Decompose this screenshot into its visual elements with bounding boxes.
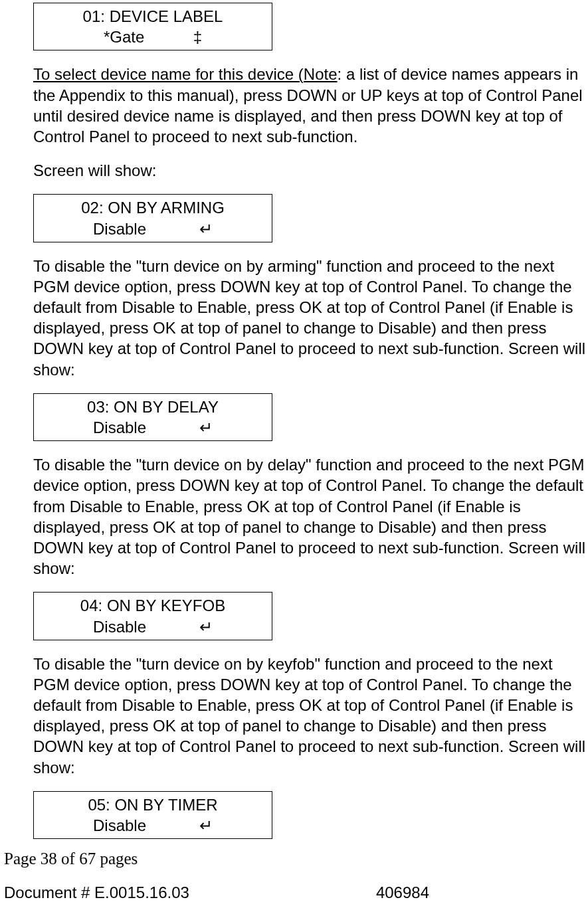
lcd-screen-5: 05: ON BY TIMER Disable ↵ (33, 791, 272, 839)
paragraph-on-by-keyfob: To disable the "turn device on by keyfob… (33, 654, 588, 778)
lcd-screen-2: 02: ON BY ARMING Disable ↵ (33, 194, 272, 242)
lcd-line1: 04: ON BY KEYFOB (34, 595, 272, 616)
page-number: Page 38 of 67 pages (4, 848, 588, 870)
lcd-line2: *Gate ‡ (34, 27, 272, 47)
lcd-line2: Disable ↵ (34, 616, 272, 637)
lcd-line1: 03: ON BY DELAY (34, 397, 272, 417)
underline-text: To select device name for this device ( (33, 65, 304, 83)
document-code: 406984 (376, 882, 429, 903)
lcd-screen-1: 01: DEVICE LABEL *Gate ‡ (33, 3, 272, 50)
lcd-line1: 02: ON BY ARMING (34, 197, 272, 218)
lcd-line1: 05: ON BY TIMER (34, 794, 272, 815)
lcd-line2: Disable ↵ (34, 815, 272, 836)
screen-will-show-1: Screen will show: (33, 160, 588, 181)
lcd-screen-4: 04: ON BY KEYFOB Disable ↵ (33, 592, 272, 640)
note-label: Note (304, 65, 338, 83)
paragraph-select-device: To select device name for this device (N… (33, 64, 588, 147)
lcd-line2: Disable ↵ (34, 219, 272, 239)
paragraph-on-by-arming: To disable the "turn device on by arming… (33, 256, 588, 380)
lcd-line1: 01: DEVICE LABEL (34, 6, 272, 27)
paragraph-on-by-delay: To disable the "turn device on by delay"… (33, 454, 588, 579)
lcd-line2: Disable ↵ (34, 417, 272, 438)
document-number: Document # E.0015.16.03 (4, 882, 189, 903)
lcd-screen-3: 03: ON BY DELAY Disable ↵ (33, 393, 272, 441)
